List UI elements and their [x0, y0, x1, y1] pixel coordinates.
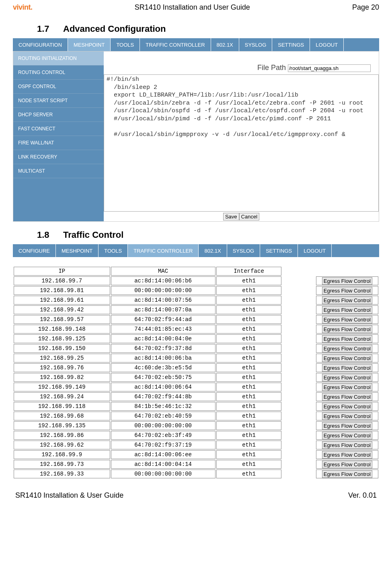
table-row: 192.168.99.2464:70:02:f9:44:8beth1Egress… [14, 392, 378, 401]
table-row: 192.168.99.61ac:8d:14:00:07:56eth1Egress… [14, 296, 378, 305]
tab-settings-2[interactable]: SETTINGS [260, 244, 298, 257]
sidebar-item-link-recovery[interactable]: LINK RECOVERY [13, 150, 104, 164]
cell-iface: eth1 [216, 431, 282, 440]
cell-mac: ac:8d:14:00:06:ba [111, 354, 215, 362]
cell-ip: 192.168.99.81 [14, 286, 110, 295]
table-row: 192.168.99.3300:00:00:00:00:00eth1Egress… [14, 470, 378, 478]
cell-mac: 64:70:02:eb:50:75 [111, 373, 215, 382]
file-path-input[interactable] [288, 64, 371, 72]
tab-settings[interactable]: SETTINGS [272, 38, 310, 51]
egress-flow-control-button[interactable]: Egress Flow Control [322, 383, 372, 391]
cell-ip: 192.168.99.82 [14, 373, 110, 382]
table-row: 192.168.99.73ac:8d:14:00:04:14eth1Egress… [14, 460, 378, 469]
egress-flow-control-button[interactable]: Egress Flow Control [322, 364, 372, 372]
egress-flow-control-button[interactable]: Egress Flow Control [322, 354, 372, 362]
table-row: 192.168.99.149ac:8d:14:00:06:64eth1Egres… [14, 383, 378, 391]
sidebar-item-ospf-control[interactable]: OSPF CONTROL [13, 80, 104, 94]
cell-mac: ac:8d:14:00:04:0e [111, 334, 215, 343]
tab-meshpoint[interactable]: MESHPOINT [68, 38, 111, 51]
col-mac: MAC [111, 267, 215, 276]
cell-iface: eth1 [216, 276, 282, 285]
egress-flow-control-button[interactable]: Egress Flow Control [322, 277, 372, 285]
footer-left: SR1410 Installation & User Guide [15, 491, 123, 500]
table-row: 192.168.99.8100:00:00:00:00:00eth1Egress… [14, 286, 378, 295]
save-button[interactable]: Save [223, 213, 239, 220]
tab-8021x[interactable]: 802.1X [211, 38, 239, 51]
tab-tools-2[interactable]: TOOLS [99, 244, 128, 257]
cell-ip: 192.168.99.7 [14, 276, 110, 285]
sidebar-item-node-start-script[interactable]: NODE START SCRIPT [13, 94, 104, 108]
sidebar-item-dhcp-server[interactable]: DHCP SERVER [13, 108, 104, 122]
sidebar-item-fast-connect[interactable]: FAST CONNECT [13, 122, 104, 136]
egress-flow-control-button[interactable]: Egress Flow Control [322, 412, 372, 420]
egress-flow-control-button[interactable]: Egress Flow Control [322, 306, 372, 314]
egress-flow-control-button[interactable]: Egress Flow Control [322, 403, 372, 410]
footer-right: Ver. 0.01 [348, 491, 377, 500]
cell-ip: 192.168.99.125 [14, 334, 110, 343]
table-row: 192.168.99.6864:70:02:eb:40:59eth1Egress… [14, 412, 378, 420]
cell-iface: eth1 [216, 286, 282, 295]
tab-8021x-2[interactable]: 802.1X [199, 244, 227, 257]
file-path-row: File Path [104, 51, 379, 74]
table-row: 192.168.99.8264:70:02:eb:50:75eth1Egress… [14, 373, 378, 382]
egress-flow-control-button[interactable]: Egress Flow Control [322, 316, 372, 323]
table-row: 192.168.99.125ac:8d:14:00:04:0eeth1Egres… [14, 334, 378, 343]
tab-traffic-controller-2[interactable]: TRAFFIC CONTROLLER [128, 244, 199, 257]
egress-flow-control-button[interactable]: Egress Flow Control [322, 461, 372, 468]
egress-flow-control-button[interactable]: Egress Flow Control [322, 335, 372, 343]
table-row: 192.168.99.42ac:8d:14:00:07:0aeth1Egress… [14, 305, 378, 314]
cell-iface: eth1 [216, 325, 282, 334]
sidebar-item-firewall-nat[interactable]: FIRE WALL/NAT [13, 136, 104, 150]
egress-flow-control-button[interactable]: Egress Flow Control [322, 451, 372, 459]
doc-title: SR1410 Installation and User Guide [135, 3, 250, 12]
tab-tools[interactable]: TOOLS [111, 38, 140, 51]
egress-flow-control-button[interactable]: Egress Flow Control [322, 374, 372, 381]
egress-flow-control-button[interactable]: Egress Flow Control [322, 345, 372, 352]
egress-flow-control-button[interactable]: Egress Flow Control [322, 470, 372, 478]
cell-ip: 192.168.99.24 [14, 392, 110, 401]
cell-ip: 192.168.99.68 [14, 412, 110, 420]
cell-mac: ac:8d:14:00:06:ee [111, 450, 215, 459]
egress-flow-control-button[interactable]: Egress Flow Control [322, 297, 372, 304]
egress-flow-control-button[interactable]: Egress Flow Control [322, 325, 372, 333]
sidebar-item-routing-control[interactable]: ROUTING CONTROL [13, 66, 104, 80]
table-row: 192.168.99.13500:00:00:00:00:00eth1Egres… [14, 421, 378, 430]
cancel-button[interactable]: Cancel [239, 213, 259, 220]
tab-logout-2[interactable]: LOGOUT [298, 244, 332, 257]
tab-logout[interactable]: LOGOUT [310, 38, 344, 51]
page-number: Page 20 [352, 3, 379, 12]
cell-ip: 192.168.99.61 [14, 296, 110, 305]
cell-ip: 192.168.99.62 [14, 441, 110, 449]
section-header-2: 1.8Traffic Control [37, 230, 379, 240]
file-path-label: File Path [257, 64, 286, 72]
top-nav-2: CONFIGURE MESHPOINT TOOLS TRAFFIC CONTRO… [13, 244, 379, 257]
tab-syslog-2[interactable]: SYSLOG [227, 244, 260, 257]
egress-flow-control-button[interactable]: Egress Flow Control [322, 393, 372, 401]
cell-mac: 64:70:02:f9:37:19 [111, 441, 215, 449]
table-row: 192.168.99.15064:70:02:f9:37:8deth1Egres… [14, 344, 378, 353]
section-header-1: 1.7Advanced Configuration [37, 24, 379, 34]
cell-ip: 192.168.99.86 [14, 431, 110, 440]
cell-iface: eth1 [216, 334, 282, 343]
tab-syslog[interactable]: SYSLOG [239, 38, 272, 51]
sidebar-item-multicast[interactable]: MULTICAST [13, 164, 104, 178]
egress-flow-control-button[interactable]: Egress Flow Control [322, 441, 372, 449]
egress-flow-control-button[interactable]: Egress Flow Control [322, 287, 372, 295]
sidebar-item-routing-initialization[interactable]: ROUTING INITIALIZATION [13, 51, 104, 66]
tab-configure[interactable]: CONFIGURE [13, 244, 56, 257]
cell-iface: eth1 [216, 450, 282, 459]
cell-iface: eth1 [216, 412, 282, 420]
script-textarea[interactable]: #!/bin/sh /bin/sleep 2 export LD_LIBRARY… [104, 74, 379, 212]
egress-flow-control-button[interactable]: Egress Flow Control [322, 432, 372, 439]
cell-mac: ac:8d:14:00:07:56 [111, 296, 215, 305]
cell-ip: 192.168.99.25 [14, 354, 110, 362]
cell-mac: 00:00:00:00:00:00 [111, 421, 215, 430]
tab-traffic-controller[interactable]: TRAFFIC CONTROLLER [140, 38, 211, 51]
table-row: 192.168.99.11884:1b:5e:46:1c:32eth1Egres… [14, 402, 378, 411]
tab-meshpoint-2[interactable]: MESHPOINT [56, 244, 99, 257]
egress-flow-control-button[interactable]: Egress Flow Control [322, 422, 372, 430]
cell-mac: 64:70:02:eb:40:59 [111, 412, 215, 420]
cell-mac: 84:1b:5e:46:1c:32 [111, 402, 215, 411]
table-row: 192.168.99.9ac:8d:14:00:06:eeeth1Egress … [14, 450, 378, 459]
tab-configuration[interactable]: CONFIGURATION [13, 38, 68, 51]
